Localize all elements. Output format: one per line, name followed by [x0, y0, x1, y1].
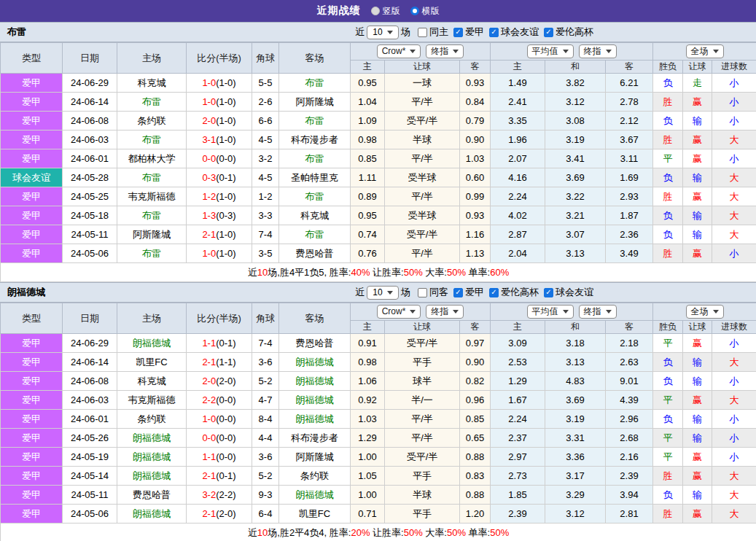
col-score: 比分(半场): [187, 43, 252, 74]
checkbox-unchecked-icon[interactable]: [418, 28, 427, 37]
league-cell: 爱甲: [1, 372, 63, 391]
asia-handicap: 半球: [385, 131, 460, 149]
layout-radio-vertical[interactable]: 竖版: [371, 5, 400, 17]
fulltime-score: 1-3: [202, 210, 216, 221]
filter-checkbox[interactable]: 同客: [418, 286, 448, 299]
league-cell: 爱甲: [1, 448, 63, 467]
outcome-result: 平: [653, 429, 683, 448]
score-cell: 0-3(0-1): [187, 168, 252, 187]
euro-draw-odds: 3.21: [545, 206, 606, 225]
euro-draw-odds: 3.36: [545, 448, 606, 467]
checkbox-unchecked-icon[interactable]: [418, 288, 427, 297]
asia-home-odds: 1.06: [351, 372, 385, 391]
filter-checkbox[interactable]: ✓球会友谊: [489, 26, 539, 39]
handicap-result: 赢: [683, 334, 712, 353]
summary-segment: 50%: [490, 527, 509, 538]
halftime-score: (0-1): [216, 172, 235, 183]
score-cell: 2-2(0-0): [187, 391, 252, 410]
fulltime-score: 1-0: [202, 413, 216, 424]
halftime-score: (1-0): [216, 96, 235, 107]
col-euro-away: 客: [606, 61, 653, 74]
radio-selected-icon[interactable]: [371, 7, 380, 15]
league-cell: 爱甲: [1, 334, 63, 353]
euro-stage-select[interactable]: 终指: [579, 44, 617, 58]
filter-checkbox[interactable]: ✓球会友谊: [544, 286, 593, 299]
checkbox-checked-icon[interactable]: ✓: [489, 28, 499, 37]
chevron-down-icon: [453, 50, 459, 53]
team-section-bray: 布雷 近 10 场 同主✓爱甲✓球会友谊✓爱伦高杯 类型 日期 主场 比分(半场…: [0, 22, 756, 282]
radio-unselected-icon[interactable]: [410, 7, 419, 15]
handicap-result: 输: [683, 410, 712, 429]
score-cell: 2-0(1-0): [187, 112, 252, 131]
home-team-cell: 布雷: [117, 131, 187, 149]
euro-type-select[interactable]: 平均值: [527, 44, 574, 58]
asia-home-odds: 0.91: [351, 334, 385, 353]
team-filter-bar: 朗福德城 近 10 场 同客✓爱甲✓爱伦高杯✓球会友谊: [0, 282, 756, 303]
outcome-result: 负: [653, 112, 683, 131]
checkbox-label: 爱伦高杯: [556, 26, 593, 39]
outcome-result: 负: [653, 206, 683, 225]
corner-cell: 5-5: [252, 74, 279, 93]
games-label: 场: [401, 286, 410, 299]
score-cell: 0-0(0-0): [187, 429, 252, 448]
odds-stage-select[interactable]: 终指: [426, 44, 464, 58]
odds-company-select[interactable]: Crow*: [377, 44, 421, 58]
handicap-result: 赢: [683, 131, 712, 149]
checkbox-checked-icon[interactable]: ✓: [453, 288, 463, 297]
halftime-score: (0-1): [216, 338, 235, 349]
asia-away-odds: 0.83: [460, 467, 491, 486]
filter-checkbox[interactable]: ✓爱伦高杯: [544, 26, 593, 39]
euro-stage-select[interactable]: 终指: [579, 305, 617, 319]
league-cell: 爱甲: [1, 410, 63, 429]
recent-results-table: 类型 日期 主场 比分(半场) 角球 客场 Crow* 终指 平均值 终指: [0, 42, 756, 282]
handicap-result: 赢: [683, 505, 712, 524]
date-cell: 24-05-28: [63, 168, 117, 187]
chevron-down-icon: [713, 50, 719, 53]
col-euro-draw: 和: [545, 321, 606, 334]
odds-company-select[interactable]: Crow*: [377, 305, 421, 319]
col-asia-handicap: 让球: [385, 321, 460, 334]
chevron-down-icon: [387, 291, 393, 295]
filter-checkbox[interactable]: ✓爱伦高杯: [489, 286, 539, 299]
checkbox-checked-icon[interactable]: ✓: [489, 288, 499, 297]
match-count-select[interactable]: 10: [367, 26, 399, 39]
filter-controls: 近 10 场 同主✓爱甲✓球会友谊✓爱伦高杯: [355, 26, 593, 39]
asia-handicap: 受平/半: [385, 448, 460, 467]
score-cell: 1-0(0-0): [187, 410, 252, 429]
match-count-value: 10: [373, 27, 382, 38]
scope-value: 全场: [691, 306, 709, 317]
euro-type-select[interactable]: 平均值: [527, 305, 574, 319]
filter-checkbox[interactable]: 同主: [418, 26, 448, 39]
checkbox-checked-icon[interactable]: ✓: [453, 28, 463, 37]
euro-draw-odds: 3.07: [545, 225, 606, 244]
euro-home-odds: 2.24: [491, 410, 545, 429]
scope-select[interactable]: 全场: [686, 305, 724, 319]
euro-home-odds: 2.53: [491, 353, 545, 372]
asia-away-odds: 0.93: [460, 206, 491, 225]
euro-away-odds: 2.63: [606, 353, 653, 372]
filter-checkbox[interactable]: ✓爱甲: [453, 286, 484, 299]
euro-home-odds: 2.87: [491, 225, 545, 244]
date-cell: 24-05-19: [63, 448, 117, 467]
match-count-select[interactable]: 10: [367, 286, 399, 300]
scope-select[interactable]: 全场: [686, 44, 724, 58]
euro-home-odds: 1.29: [491, 372, 545, 391]
odds-stage-select[interactable]: 终指: [426, 305, 464, 319]
match-row: 爱甲24-05-11阿斯隆城2-1(1-0)7-4布雷0.74受平/半1.162…: [1, 225, 756, 244]
checkbox-checked-icon[interactable]: ✓: [544, 28, 553, 37]
match-row: 爱甲24-05-06布雷1-0(1-0)3-5费恩哈普0.76平/半1.132.…: [1, 244, 756, 263]
goals-result: 大: [712, 168, 756, 187]
date-cell: 24-05-06: [63, 244, 117, 263]
layout-radio-horizontal[interactable]: 横版: [410, 5, 440, 17]
asia-handicap: 平/半: [385, 429, 460, 448]
euro-home-odds: 2.04: [491, 244, 545, 263]
handicap-result: 输: [683, 353, 712, 372]
euro-away-odds: 2.93: [606, 187, 653, 206]
corner-cell: 4-5: [252, 131, 279, 149]
checkbox-checked-icon[interactable]: ✓: [544, 288, 553, 297]
asia-handicap: 平手: [385, 353, 460, 372]
league-cell: 爱甲: [1, 505, 63, 524]
filter-checkbox[interactable]: ✓爱甲: [453, 26, 484, 39]
odds-company-value: Crow*: [382, 46, 406, 57]
away-team-cell: 凯里FC: [279, 505, 351, 524]
